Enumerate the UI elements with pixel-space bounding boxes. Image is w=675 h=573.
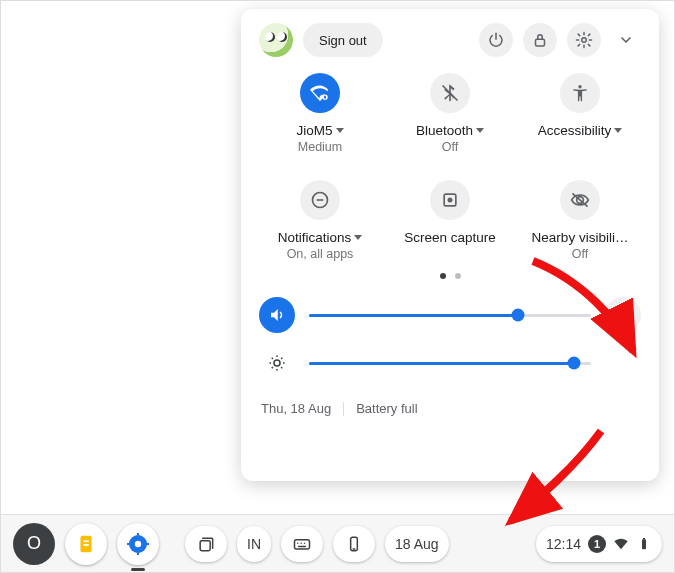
- lock-button[interactable]: [523, 23, 557, 57]
- nearby-tile: Nearby visibili… Off: [519, 180, 641, 261]
- chevron-down-icon: [618, 32, 634, 48]
- svg-rect-0: [536, 39, 545, 46]
- svg-point-11: [274, 360, 280, 366]
- docs-icon: [75, 533, 97, 555]
- brightness-icon-button[interactable]: [259, 345, 295, 381]
- launcher-button[interactable]: O: [13, 523, 55, 565]
- dropdown-icon: [336, 128, 344, 133]
- wifi-status-icon: [613, 536, 629, 552]
- svg-rect-17: [137, 533, 139, 537]
- nearby-label: Nearby visibili…: [532, 230, 629, 245]
- volume-icon: [268, 306, 286, 324]
- footer-date: Thu, 18 Aug: [261, 401, 331, 416]
- nearby-label-row[interactable]: Nearby visibili…: [532, 230, 629, 245]
- power-button[interactable]: [479, 23, 513, 57]
- wifi-label: JioM5: [296, 123, 332, 138]
- notification-badge: 1: [588, 535, 606, 553]
- panel-footer: Thu, 18 Aug Battery full: [241, 387, 659, 416]
- wifi-icon: [310, 83, 330, 103]
- brightness-slider[interactable]: [309, 362, 591, 365]
- ime-label: IN: [247, 536, 261, 552]
- quick-tiles-grid: JioM5 Medium Bluetooth Off Accessibility…: [241, 65, 659, 261]
- wifi-sublabel: Medium: [298, 140, 342, 154]
- brightness-fill: [309, 362, 574, 365]
- holding-space-icon: [196, 534, 216, 554]
- lock-icon: [531, 31, 549, 49]
- accessibility-label-row[interactable]: Accessibility: [538, 123, 623, 138]
- nearby-toggle[interactable]: [560, 180, 600, 220]
- screencap-button[interactable]: [430, 180, 470, 220]
- dnd-icon: [310, 190, 330, 210]
- notifications-toggle[interactable]: [300, 180, 340, 220]
- svg-point-16: [135, 540, 141, 546]
- audio-settings-arrow[interactable]: [605, 297, 641, 333]
- svg-point-9: [448, 198, 453, 203]
- page-dot-2: [455, 273, 461, 279]
- page-indicator[interactable]: [241, 261, 659, 285]
- accessibility-toggle[interactable]: [560, 73, 600, 113]
- wifi-tile: JioM5 Medium: [259, 73, 381, 154]
- shelf-virtual-keyboard[interactable]: [281, 526, 323, 562]
- shelf-phone-hub[interactable]: [333, 526, 375, 562]
- phone-icon: [344, 534, 364, 554]
- notifications-label-row[interactable]: Notifications: [278, 230, 363, 245]
- settings-button[interactable]: [567, 23, 601, 57]
- shelf-holding-space[interactable]: [185, 526, 227, 562]
- dropdown-icon: [354, 235, 362, 240]
- svg-rect-19: [127, 543, 131, 545]
- keyboard-icon: [292, 534, 312, 554]
- settings-app-icon: [126, 532, 150, 556]
- accessibility-icon: [570, 83, 590, 103]
- launcher-letter: O: [27, 533, 41, 554]
- wifi-toggle[interactable]: [300, 73, 340, 113]
- svg-rect-30: [643, 538, 645, 539]
- panel-header: Sign out: [241, 23, 659, 65]
- shelf-ime[interactable]: IN: [237, 526, 271, 562]
- calendar-date: 18 Aug: [395, 536, 439, 552]
- dropdown-icon: [614, 128, 622, 133]
- svg-rect-13: [83, 540, 89, 542]
- bluetooth-label: Bluetooth: [416, 123, 473, 138]
- bluetooth-label-row[interactable]: Bluetooth: [416, 123, 484, 138]
- shelf-calendar[interactable]: 18 Aug: [385, 526, 449, 562]
- bluetooth-tile: Bluetooth Off: [389, 73, 511, 154]
- accessibility-label: Accessibility: [538, 123, 612, 138]
- bluetooth-toggle[interactable]: [430, 73, 470, 113]
- footer-divider: [343, 402, 344, 416]
- screen-capture-icon: [440, 190, 460, 210]
- status-time: 12:14: [546, 536, 581, 552]
- svg-rect-18: [137, 551, 139, 555]
- svg-rect-14: [83, 544, 89, 546]
- wifi-label-row[interactable]: JioM5: [296, 123, 343, 138]
- status-tray[interactable]: 12:14 1: [536, 526, 662, 562]
- svg-point-5: [578, 85, 581, 88]
- volume-row: [259, 291, 641, 339]
- visibility-off-icon: [570, 190, 590, 210]
- page-dot-1: [440, 273, 446, 279]
- dropdown-icon: [476, 128, 484, 133]
- nearby-sublabel: Off: [572, 247, 588, 261]
- collapse-button[interactable]: [611, 25, 641, 55]
- app-docs[interactable]: [65, 523, 107, 565]
- bluetooth-off-icon: [440, 83, 460, 103]
- svg-rect-20: [145, 543, 149, 545]
- notifications-tile: Notifications On, all apps: [259, 180, 381, 261]
- battery-status-icon: [636, 536, 652, 552]
- screencap-label-row[interactable]: Screen capture: [404, 230, 496, 247]
- app-settings[interactable]: [117, 523, 159, 565]
- notification-count: 1: [594, 538, 600, 550]
- sliders-section: [241, 285, 659, 387]
- sign-out-button[interactable]: Sign out: [303, 23, 383, 57]
- volume-icon-button[interactable]: [259, 297, 295, 333]
- screencap-label: Screen capture: [404, 230, 496, 247]
- notifications-sublabel: On, all apps: [287, 247, 354, 261]
- svg-rect-29: [642, 539, 646, 549]
- volume-slider[interactable]: [309, 314, 591, 317]
- svg-rect-21: [200, 540, 210, 550]
- screencap-tile: Screen capture: [389, 180, 511, 261]
- svg-rect-3: [324, 96, 326, 99]
- chevron-right-icon: [615, 307, 631, 323]
- svg-rect-22: [295, 539, 310, 548]
- user-avatar[interactable]: [259, 23, 293, 57]
- brightness-icon: [268, 354, 286, 372]
